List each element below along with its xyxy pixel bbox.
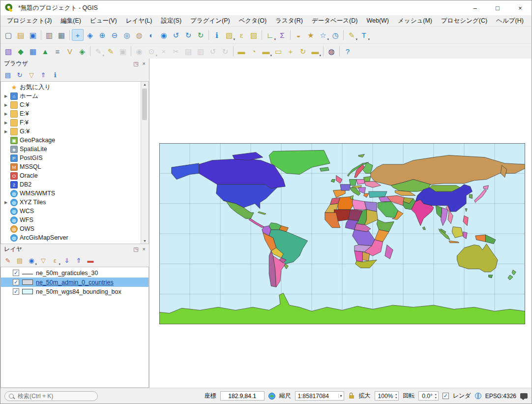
- menu-web[interactable]: Web(W): [362, 16, 393, 26]
- layer-item-bounding-box[interactable]: ✓ne_50m_wgs84_bounding_box: [1, 287, 148, 296]
- expander-icon[interactable]: ▶: [3, 121, 8, 125]
- change-label-button[interactable]: ▬▾: [309, 45, 321, 57]
- crs-icon[interactable]: [475, 393, 481, 399]
- filter-by-expression-button[interactable]: ε▾: [50, 255, 60, 266]
- expander-icon[interactable]: ▶: [3, 112, 8, 116]
- menu-settings[interactable]: 設定(S): [156, 15, 186, 27]
- browser-item-wfs[interactable]: ◍WFS: [1, 216, 141, 224]
- rotation-spin[interactable]: 0.0° ▴▾: [418, 391, 439, 401]
- new-geopackage-layer-button[interactable]: ◈: [76, 45, 88, 57]
- browser-item-spatialite[interactable]: ◈SpatiaLite: [1, 145, 141, 154]
- crs-label[interactable]: EPSG:4326: [485, 393, 516, 400]
- open-project-button[interactable]: ▤: [15, 29, 27, 41]
- layer-checkbox[interactable]: ✓: [13, 279, 19, 285]
- identify-features-button[interactable]: ℹ: [211, 29, 223, 41]
- scroll-up-icon[interactable]: ▲: [143, 83, 147, 86]
- pin-labels-button[interactable]: ▬▾: [260, 45, 272, 57]
- browser-item-home[interactable]: ▶⌂ホーム: [1, 92, 141, 100]
- browser-item-favorites[interactable]: ★お気に入り: [1, 83, 141, 92]
- zoom-out-button[interactable]: ⊖: [109, 29, 120, 41]
- add-group-button[interactable]: ▤: [14, 255, 25, 266]
- close-button[interactable]: ×: [509, 0, 532, 15]
- filter-legend-button[interactable]: ▽: [38, 255, 49, 266]
- statistical-summary-button[interactable]: Σ: [276, 29, 288, 41]
- collapse-all-layers-button[interactable]: ⇑: [73, 255, 84, 266]
- temporal-controller-button[interactable]: ◷: [329, 29, 341, 41]
- highlight-labels-button[interactable]: ▭: [272, 45, 284, 57]
- coordinate-input[interactable]: [220, 391, 265, 401]
- add-raster-layer-button[interactable]: ▦: [27, 45, 39, 57]
- show-spatial-bookmarks-button[interactable]: ☆▾: [317, 29, 329, 41]
- zoom-full-button[interactable]: ◎: [121, 29, 133, 41]
- browser-close-button[interactable]: ×: [143, 61, 146, 67]
- browser-item-drive-g[interactable]: ▶G:¥: [1, 127, 141, 136]
- zoom-to-selection-button[interactable]: ◍: [133, 29, 145, 41]
- deselect-features-button[interactable]: ▨: [248, 29, 260, 41]
- zoom-in-button[interactable]: ⊕: [96, 29, 108, 41]
- rotate-label-button[interactable]: ↻: [297, 45, 309, 57]
- browser-item-wcs[interactable]: ◍WCS: [1, 207, 141, 216]
- render-checkbox[interactable]: ✓: [443, 393, 449, 399]
- spin-arrows-icon[interactable]: ▴▾: [435, 393, 437, 399]
- text-annotation-button[interactable]: T▾: [358, 29, 370, 41]
- magnifier-spin[interactable]: 100% ▴▾: [375, 391, 399, 401]
- new-print-layout-button[interactable]: ▥: [43, 29, 55, 41]
- pan-to-selection-button[interactable]: ◈: [84, 29, 96, 41]
- refresh-map-button[interactable]: ↻: [195, 29, 207, 41]
- layer-diagram-button[interactable]: ◔: [248, 45, 260, 57]
- layer-checkbox[interactable]: ✓: [13, 288, 19, 295]
- datasource-manager-button[interactable]: ▧: [2, 45, 14, 57]
- filter-browser-button[interactable]: ▽: [26, 69, 37, 80]
- world-map[interactable]: [159, 143, 525, 324]
- layer-labeling-button[interactable]: ▬: [236, 45, 247, 57]
- add-delimited-text-layer-button[interactable]: ≡: [52, 45, 63, 57]
- search-input[interactable]: [17, 392, 93, 400]
- layers-close-button[interactable]: ×: [143, 246, 146, 252]
- expander-icon[interactable]: ▶: [3, 94, 8, 98]
- zoom-native-button[interactable]: ◉: [158, 29, 170, 41]
- browser-item-oracle[interactable]: OOracle: [1, 171, 141, 180]
- add-mesh-layer-button[interactable]: ▲: [39, 45, 51, 57]
- browser-item-drive-f[interactable]: ▶F:¥: [1, 118, 141, 127]
- browser-item-db2[interactable]: 2DB2: [1, 180, 141, 189]
- manage-map-themes-button[interactable]: ◉▾: [26, 255, 37, 266]
- browser-item-arcgis-map-server[interactable]: ◍ArcGisMapServer: [1, 233, 141, 242]
- browser-item-geopackage[interactable]: ▣GeoPackage: [1, 136, 141, 145]
- browser-item-drive-c[interactable]: ▶C:¥: [1, 100, 141, 109]
- browser-item-drive-e[interactable]: ▶E:¥: [1, 109, 141, 118]
- metasearch-button[interactable]: ◍: [325, 45, 337, 57]
- enable-properties-widget-button[interactable]: ℹ: [50, 69, 60, 80]
- menu-project[interactable]: プロジェクト(J): [2, 15, 56, 27]
- menu-vector[interactable]: ベクタ(O): [235, 15, 271, 27]
- add-selected-layers-button[interactable]: ▤: [2, 69, 13, 80]
- menu-plugins[interactable]: プラグイン(P): [186, 15, 235, 27]
- collapse-all-button[interactable]: ⇑: [38, 69, 49, 80]
- chevron-down-icon[interactable]: ▾: [338, 394, 342, 398]
- scrollbar-thumb[interactable]: [142, 89, 147, 120]
- new-project-button[interactable]: ▢: [2, 29, 14, 41]
- map-canvas[interactable]: [149, 59, 532, 388]
- messages-icon[interactable]: [520, 393, 528, 399]
- menu-database[interactable]: データベース(D): [307, 15, 362, 27]
- new-shapefile-layer-button[interactable]: V: [64, 45, 76, 57]
- menu-edit[interactable]: 編集(E): [56, 15, 86, 27]
- zoom-last-button[interactable]: ↺: [170, 29, 182, 41]
- map-tips-button[interactable]: ◒: [293, 29, 304, 41]
- extent-icon[interactable]: [268, 393, 275, 400]
- browser-item-mssql[interactable]: MMSSQL: [1, 162, 141, 171]
- lock-icon[interactable]: [348, 393, 355, 399]
- layers-float-button[interactable]: ◳: [133, 246, 138, 252]
- browser-item-xyz-tiles[interactable]: ▶◍XYZ Tiles: [1, 198, 141, 207]
- menu-processing[interactable]: プロセシング(C): [437, 15, 492, 27]
- new-annotation-button[interactable]: ✎▾: [346, 29, 357, 41]
- pan-map-button[interactable]: +: [72, 29, 84, 41]
- statusbar-search[interactable]: [4, 391, 98, 401]
- layer-checkbox[interactable]: ✓: [13, 270, 19, 276]
- toggle-editing-button[interactable]: ✎: [105, 45, 117, 57]
- browser-item-postgis[interactable]: PPostGIS: [1, 154, 141, 162]
- open-layer-styling-button[interactable]: ✎: [2, 255, 13, 266]
- menu-help[interactable]: ヘルプ(H): [492, 15, 528, 27]
- layout-manager-button[interactable]: ▦: [56, 29, 67, 41]
- layer-item-graticules[interactable]: ✓ne_50m_graticules_30: [1, 268, 148, 278]
- spin-arrows-icon[interactable]: ▴▾: [395, 393, 397, 399]
